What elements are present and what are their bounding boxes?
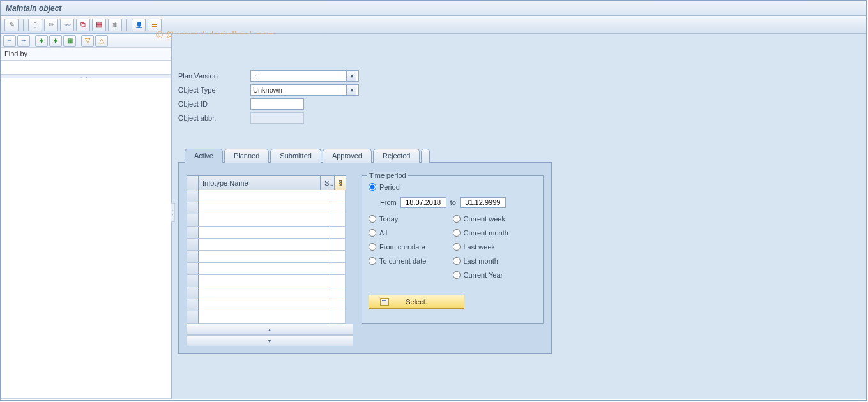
table-config-button[interactable] bbox=[335, 176, 346, 190]
cell-status[interactable] bbox=[331, 299, 346, 311]
edit-icon[interactable] bbox=[44, 19, 58, 31]
table-row[interactable] bbox=[187, 239, 346, 251]
row-selector[interactable] bbox=[187, 251, 199, 263]
row-selector[interactable] bbox=[187, 311, 199, 324]
to-date-input[interactable] bbox=[460, 197, 506, 208]
radio-last-week[interactable] bbox=[453, 243, 461, 251]
cell-status[interactable] bbox=[331, 214, 346, 227]
col-status[interactable]: S.. bbox=[321, 176, 335, 190]
cell-infotype-name[interactable] bbox=[199, 311, 331, 324]
cell-status[interactable] bbox=[331, 227, 346, 239]
plan-version-select[interactable]: .: ▾ bbox=[250, 70, 359, 82]
cell-infotype-name[interactable] bbox=[199, 190, 331, 202]
radio-last-month[interactable] bbox=[453, 257, 461, 265]
vertical-splitter[interactable]: ·· bbox=[171, 203, 175, 222]
table-row[interactable] bbox=[187, 190, 346, 202]
create-icon[interactable] bbox=[28, 19, 42, 31]
row-selector[interactable] bbox=[187, 202, 199, 214]
cell-infotype-name[interactable] bbox=[199, 214, 331, 227]
person-icon[interactable] bbox=[132, 19, 146, 31]
table-row[interactable] bbox=[187, 202, 346, 214]
radio-today[interactable] bbox=[369, 215, 376, 223]
radio-curr-year[interactable] bbox=[453, 271, 461, 279]
delete-icon[interactable] bbox=[108, 19, 122, 31]
copy-icon[interactable] bbox=[76, 19, 90, 31]
col-infotype-name[interactable]: Infotype Name bbox=[199, 176, 321, 190]
radio-period-label: Period bbox=[379, 183, 400, 191]
object-id-input[interactable] bbox=[250, 98, 304, 110]
cell-status[interactable] bbox=[331, 287, 346, 299]
radio-to-curr[interactable] bbox=[369, 257, 376, 265]
status-tabstrip: Active Planned Submitted Approved Reject… bbox=[178, 148, 866, 354]
hitlist-area[interactable] bbox=[1, 78, 171, 399]
table-row[interactable] bbox=[187, 251, 346, 263]
radio-all[interactable] bbox=[369, 229, 376, 237]
object-type-select[interactable]: Unknown ▾ bbox=[250, 84, 359, 96]
nav-forward-icon[interactable] bbox=[17, 35, 30, 47]
from-date-input[interactable] bbox=[400, 197, 446, 208]
cell-infotype-name[interactable] bbox=[199, 287, 331, 299]
change-icon[interactable] bbox=[4, 19, 19, 31]
row-selector[interactable] bbox=[187, 239, 199, 251]
infotype-table[interactable]: Infotype Name S.. bbox=[187, 175, 346, 324]
table-row[interactable] bbox=[187, 263, 346, 275]
tab-rejected[interactable]: Rejected bbox=[373, 149, 420, 163]
favorite-list-icon[interactable] bbox=[63, 35, 76, 47]
row-selector-header[interactable] bbox=[187, 176, 199, 190]
plan-version-label: Plan Version bbox=[178, 72, 250, 80]
cell-status[interactable] bbox=[331, 190, 346, 202]
select-button-label: Select. bbox=[406, 298, 427, 306]
cell-infotype-name[interactable] bbox=[199, 299, 331, 311]
table-row[interactable] bbox=[187, 227, 346, 239]
radio-curr-week[interactable] bbox=[453, 215, 461, 223]
display-icon[interactable] bbox=[60, 19, 74, 31]
row-selector[interactable] bbox=[187, 275, 199, 287]
expand-icon[interactable] bbox=[81, 35, 94, 47]
radio-period[interactable] bbox=[369, 183, 376, 191]
dropdown-arrow-icon: ▾ bbox=[346, 85, 356, 95]
hierarchy-icon[interactable] bbox=[148, 19, 162, 31]
cell-infotype-name[interactable] bbox=[199, 251, 331, 263]
tab-submitted[interactable]: Submitted bbox=[270, 149, 321, 163]
cell-status[interactable] bbox=[331, 239, 346, 251]
radio-curr-month[interactable] bbox=[453, 229, 461, 237]
tab-scroll-indicator[interactable] bbox=[421, 149, 430, 163]
row-selector[interactable] bbox=[187, 299, 199, 311]
table-row[interactable] bbox=[187, 214, 346, 227]
cell-status[interactable] bbox=[331, 275, 346, 287]
favorite-icon[interactable] bbox=[35, 35, 48, 47]
cell-infotype-name[interactable] bbox=[199, 275, 331, 287]
cell-status[interactable] bbox=[331, 263, 346, 275]
table-scrollbar[interactable]: ▴ ▾ bbox=[187, 324, 353, 346]
cell-status[interactable] bbox=[331, 311, 346, 324]
radio-from-curr[interactable] bbox=[369, 243, 376, 251]
cell-status[interactable] bbox=[331, 202, 346, 214]
row-selector[interactable] bbox=[187, 287, 199, 299]
delimit-icon[interactable] bbox=[92, 19, 106, 31]
radio-curr-year-label: Current Year bbox=[464, 271, 503, 279]
row-selector[interactable] bbox=[187, 190, 199, 202]
nav-back-icon[interactable] bbox=[3, 35, 16, 47]
scroll-down-icon[interactable]: ▾ bbox=[187, 335, 353, 346]
tab-planned[interactable]: Planned bbox=[224, 149, 269, 163]
table-row[interactable] bbox=[187, 275, 346, 287]
search-tree[interactable] bbox=[1, 61, 171, 75]
cell-infotype-name[interactable] bbox=[199, 227, 331, 239]
cell-infotype-name[interactable] bbox=[199, 202, 331, 214]
tab-approved[interactable]: Approved bbox=[323, 149, 372, 163]
table-row[interactable] bbox=[187, 299, 346, 311]
cell-infotype-name[interactable] bbox=[199, 239, 331, 251]
favorite2-icon[interactable] bbox=[49, 35, 62, 47]
select-button[interactable]: Select. bbox=[369, 295, 464, 309]
table-row[interactable] bbox=[187, 311, 346, 324]
cell-status[interactable] bbox=[331, 251, 346, 263]
scroll-up-icon[interactable]: ▴ bbox=[187, 324, 353, 335]
row-selector[interactable] bbox=[187, 214, 199, 227]
row-selector[interactable] bbox=[187, 263, 199, 275]
toolbar-separator bbox=[23, 19, 24, 31]
collapse-icon[interactable] bbox=[95, 35, 108, 47]
row-selector[interactable] bbox=[187, 227, 199, 239]
tab-active[interactable]: Active bbox=[185, 149, 223, 163]
cell-infotype-name[interactable] bbox=[199, 263, 331, 275]
table-row[interactable] bbox=[187, 287, 346, 299]
